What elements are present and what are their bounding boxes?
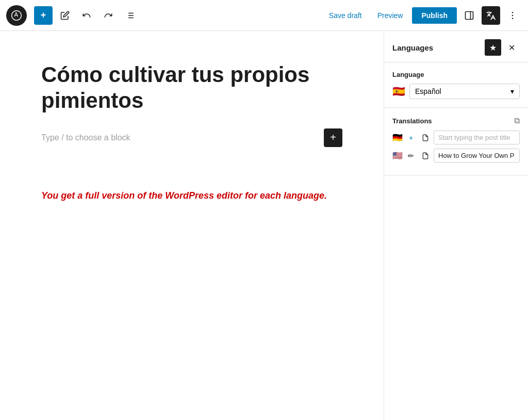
add-block-inline-button[interactable]: + [324,128,342,147]
close-sidebar-button[interactable]: ✕ [503,39,520,56]
english-translation-input-wrap [434,149,520,163]
chevron-down-icon: ▾ [510,87,514,95]
undo-button[interactable] [77,6,96,25]
top-toolbar: + Save draft Preview Publish [0,0,528,31]
more-options-button[interactable] [503,6,522,25]
post-title[interactable]: Cómo cultivar tus propios pimientos [41,62,342,114]
translation-row-en: 🇺🇸 ✏ [392,149,520,163]
add-german-translation-button[interactable]: + [405,132,417,144]
highlight-text: You get a full version of the WordPress … [41,190,342,201]
editor-area: Cómo cultivar tus propios pimientos Type… [0,31,384,420]
selected-language: Español [415,87,441,95]
translation-row-de: 🇩🇪 + [392,131,520,144]
language-dropdown[interactable]: Español ▾ [409,84,520,99]
placeholder-text: Type / to choose a block [41,133,130,142]
main-area: Cómo cultivar tus propios pimientos Type… [0,31,528,420]
star-button[interactable]: ★ [485,39,501,56]
languages-sidebar: Languages ★ ✕ Language 🇪🇸 Español ▾ [384,31,528,420]
save-draft-button[interactable]: Save draft [323,8,368,23]
svg-point-8 [512,11,514,13]
translations-section-title: Translations [392,117,432,125]
sidebar-toggle-button[interactable] [460,6,478,25]
plus-icon: + [41,10,46,21]
sidebar-header-actions: ★ ✕ [485,39,520,56]
publish-button[interactable]: Publish [412,7,457,24]
svg-point-9 [512,14,514,16]
language-section-title: Language [392,71,520,78]
spanish-flag: 🇪🇸 [392,85,405,98]
wp-logo[interactable] [6,5,27,26]
sidebar-title: Languages [392,43,433,52]
translate-button[interactable] [482,6,500,25]
english-translation-input[interactable] [434,149,519,162]
edit-mode-button[interactable] [56,6,74,25]
redo-button[interactable] [99,6,118,25]
copy-icon[interactable]: ⧉ [514,116,520,125]
language-section: Language 🇪🇸 Español ▾ [384,62,528,108]
english-translation-doc-button[interactable] [419,150,432,162]
german-translation-input[interactable] [434,131,519,144]
translations-header: Translations ⧉ [392,116,520,125]
translations-section: Translations ⧉ 🇩🇪 + 🇺🇸 [384,108,528,175]
german-translation-input-wrap [434,131,520,144]
us-flag: 🇺🇸 [392,151,403,160]
plus-icon-inline: + [330,132,336,143]
edit-english-translation-button[interactable]: ✏ [405,150,417,162]
sidebar-header: Languages ★ ✕ [384,31,528,62]
add-block-button[interactable]: + [34,6,53,25]
block-placeholder[interactable]: Type / to choose a block + [41,126,342,149]
svg-point-10 [512,18,514,19]
preview-button[interactable]: Preview [371,8,409,23]
german-translation-doc-button[interactable] [419,132,432,144]
language-selector: 🇪🇸 Español ▾ [392,84,520,99]
german-flag: 🇩🇪 [392,133,403,142]
svg-rect-6 [466,11,473,19]
list-view-button[interactable] [121,6,139,25]
